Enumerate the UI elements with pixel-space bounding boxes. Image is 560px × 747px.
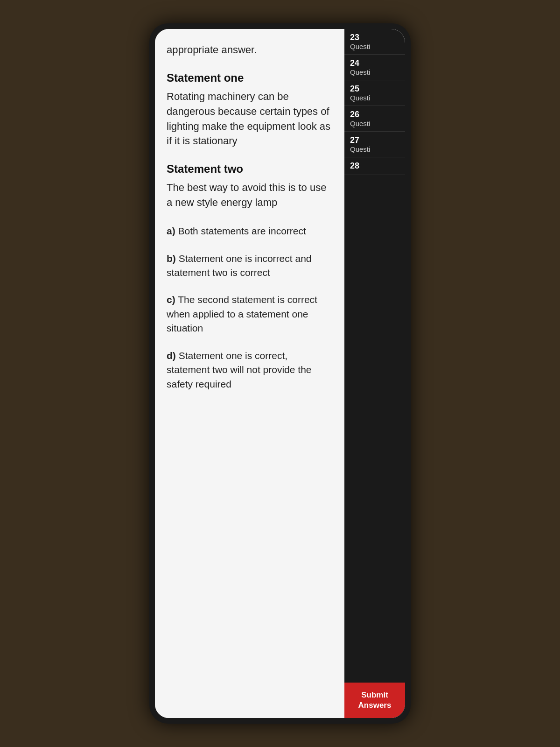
question-label: Questi: [350, 145, 399, 153]
question-label: Questi: [350, 42, 399, 50]
question-number: 28: [350, 161, 399, 171]
option-label: c): [167, 294, 175, 305]
question-label: Questi: [350, 94, 399, 102]
question-label: Questi: [350, 120, 399, 127]
question-number: 27: [350, 135, 399, 145]
statement-two-body: The best way to avoid this is to use a n…: [167, 180, 333, 210]
question-number: 25: [350, 84, 399, 94]
option-label: d): [167, 350, 176, 361]
question-item-24[interactable]: 24 Questi: [344, 55, 405, 80]
intro-text: appropriate answer.: [167, 43, 333, 57]
answer-option-c[interactable]: c) The second statement is correct when …: [167, 293, 333, 335]
phone-screen: appropriate answer. Statement one Rotati…: [155, 29, 405, 718]
main-content: appropriate answer. Statement one Rotati…: [155, 29, 344, 718]
option-label: a): [167, 226, 175, 236]
sidebar: 23 Questi 24 Questi 25 Questi 26 Questi …: [344, 29, 405, 718]
option-label: b): [167, 253, 176, 264]
question-item-26[interactable]: 26 Questi: [344, 106, 405, 132]
answer-option-d[interactable]: d) Statement one is correct, statement t…: [167, 349, 333, 391]
question-item-25[interactable]: 25 Questi: [344, 80, 405, 106]
submit-answers-button[interactable]: Submit Answers: [344, 683, 405, 718]
question-number: 26: [350, 110, 399, 120]
statement-one-title: Statement one: [167, 71, 333, 85]
answer-options: a) Both statements are incorrectb) State…: [167, 224, 333, 391]
question-number: 24: [350, 58, 399, 68]
statement-one-body: Rotating machinery can be dangerous beca…: [167, 89, 333, 149]
question-item-28[interactable]: 28: [344, 157, 405, 175]
question-item-27[interactable]: 27 Questi: [344, 132, 405, 157]
question-list: 23 Questi 24 Questi 25 Questi 26 Questi …: [344, 29, 405, 683]
question-label: Questi: [350, 68, 399, 76]
answer-option-a[interactable]: a) Both statements are incorrect: [167, 224, 333, 238]
question-item-23[interactable]: 23 Questi: [344, 29, 405, 55]
statement-two-title: Statement two: [167, 162, 333, 176]
phone-container: appropriate answer. Statement one Rotati…: [149, 23, 411, 724]
answer-option-b[interactable]: b) Statement one is incorrect and statem…: [167, 252, 333, 280]
question-number: 23: [350, 33, 399, 42]
